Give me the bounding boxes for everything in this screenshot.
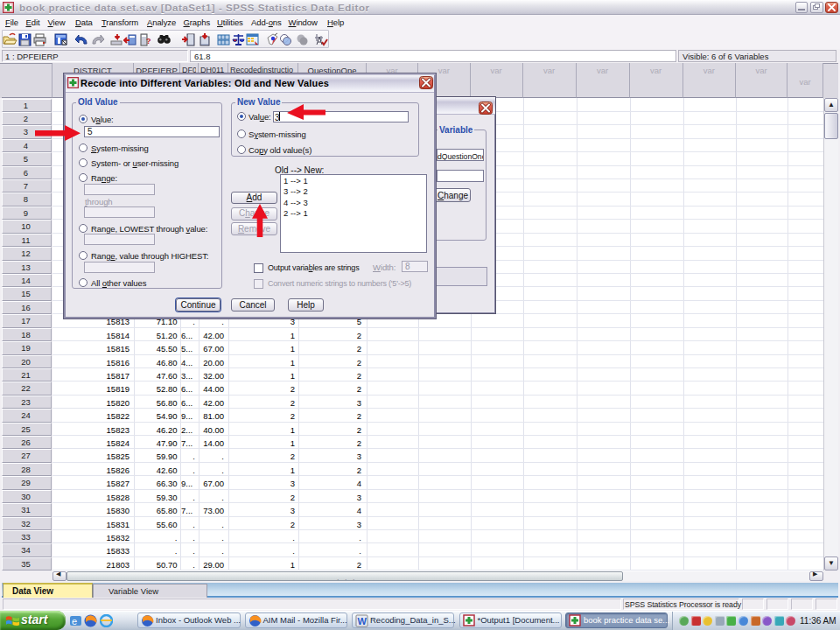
svg-text:W: W — [358, 616, 368, 626]
svg-text:?: ? — [146, 37, 151, 46]
svg-text:e: e — [72, 616, 77, 626]
